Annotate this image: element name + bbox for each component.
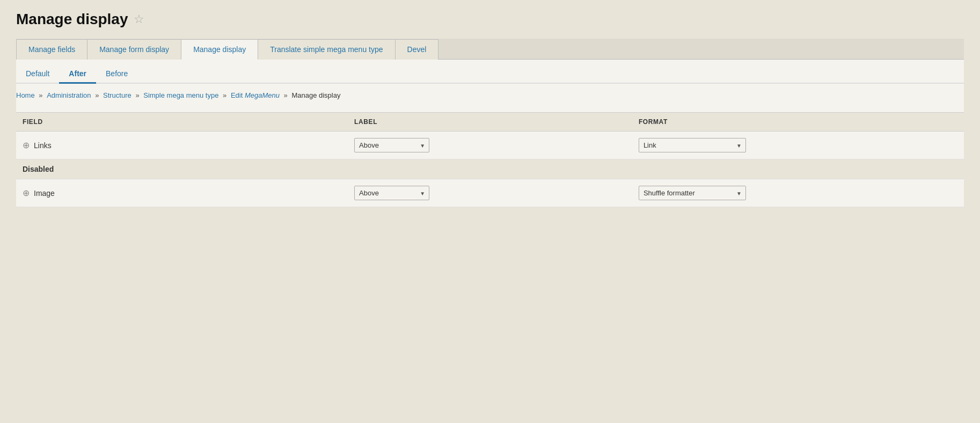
field-cell-links: ⊕ Links bbox=[16, 132, 348, 159]
subtab-before[interactable]: Before bbox=[96, 65, 137, 84]
col-header-field: FIELD bbox=[16, 113, 348, 132]
format-select-links[interactable]: Link Plain text bbox=[639, 138, 746, 152]
fields-table: FIELD LABEL FORMAT ⊕ Links bbox=[16, 112, 964, 207]
breadcrumb-sep-2: » bbox=[95, 91, 101, 99]
star-icon[interactable]: ☆ bbox=[134, 12, 144, 26]
breadcrumb-administration[interactable]: Administration bbox=[47, 91, 91, 99]
breadcrumb-sep-4: » bbox=[223, 91, 229, 99]
tab-manage-form-display[interactable]: Manage form display bbox=[87, 39, 181, 60]
section-header-disabled-label: Disabled bbox=[16, 159, 964, 179]
breadcrumb-sep-5: » bbox=[284, 91, 290, 99]
field-name-image: Image bbox=[34, 189, 55, 198]
breadcrumb-sep-1: » bbox=[39, 91, 45, 99]
format-select-wrapper-links: Link Plain text bbox=[639, 138, 746, 152]
subtab-after[interactable]: After bbox=[59, 65, 96, 84]
breadcrumb-sep-3: » bbox=[135, 91, 141, 99]
col-header-format: FORMAT bbox=[632, 113, 964, 132]
primary-tabs: Manage fields Manage form display Manage… bbox=[16, 39, 964, 60]
tab-manage-display[interactable]: Manage display bbox=[181, 39, 258, 60]
breadcrumb-current: Manage display bbox=[291, 91, 340, 99]
subtab-default[interactable]: Default bbox=[16, 65, 59, 84]
tab-manage-fields[interactable]: Manage fields bbox=[16, 39, 87, 60]
label-select-wrapper-links: Above Inline Hidden Visually Hidden bbox=[354, 138, 429, 152]
breadcrumb-simple-mega-menu[interactable]: Simple mega menu type bbox=[143, 91, 218, 99]
sub-tabs: Default After Before bbox=[16, 60, 964, 84]
section-header-disabled: Disabled bbox=[16, 159, 964, 179]
breadcrumb-home[interactable]: Home bbox=[16, 91, 35, 99]
label-select-wrapper-image: Above Inline Hidden Visually Hidden bbox=[354, 186, 429, 200]
breadcrumb-edit[interactable]: Edit MegaMenu bbox=[231, 91, 280, 99]
page-title-area: Manage display ☆ bbox=[16, 11, 964, 28]
tab-devel[interactable]: Devel bbox=[395, 39, 439, 60]
label-select-links[interactable]: Above Inline Hidden Visually Hidden bbox=[354, 138, 429, 152]
format-cell-image: Shuffle formatter Image Plain text bbox=[632, 179, 964, 207]
field-name-links: Links bbox=[34, 141, 52, 150]
field-cell-image: ⊕ Image bbox=[16, 179, 348, 207]
content-area: Default After Before Home » Administrati… bbox=[16, 60, 964, 207]
page-wrapper: Manage display ☆ Manage fields Manage fo… bbox=[0, 0, 980, 423]
format-cell-links: Link Plain text bbox=[632, 132, 964, 159]
label-select-image[interactable]: Above Inline Hidden Visually Hidden bbox=[354, 186, 429, 200]
table-row: ⊕ Links Above Inline Hidden Visually Hid… bbox=[16, 132, 964, 159]
col-header-label: LABEL bbox=[348, 113, 632, 132]
drag-handle-links[interactable]: ⊕ bbox=[23, 140, 30, 150]
table-row: ⊕ Image Above Inline Hidden Visually Hid… bbox=[16, 179, 964, 207]
tab-translate[interactable]: Translate simple mega menu type bbox=[258, 39, 395, 60]
drag-handle-image[interactable]: ⊕ bbox=[23, 188, 30, 198]
breadcrumb: Home » Administration » Structure » Simp… bbox=[16, 84, 964, 107]
label-cell-image: Above Inline Hidden Visually Hidden bbox=[348, 179, 632, 207]
format-select-image[interactable]: Shuffle formatter Image Plain text bbox=[639, 186, 746, 200]
format-select-wrapper-image: Shuffle formatter Image Plain text bbox=[639, 186, 746, 200]
label-cell-links: Above Inline Hidden Visually Hidden bbox=[348, 132, 632, 159]
page-title: Manage display bbox=[16, 11, 128, 28]
breadcrumb-structure[interactable]: Structure bbox=[103, 91, 131, 99]
